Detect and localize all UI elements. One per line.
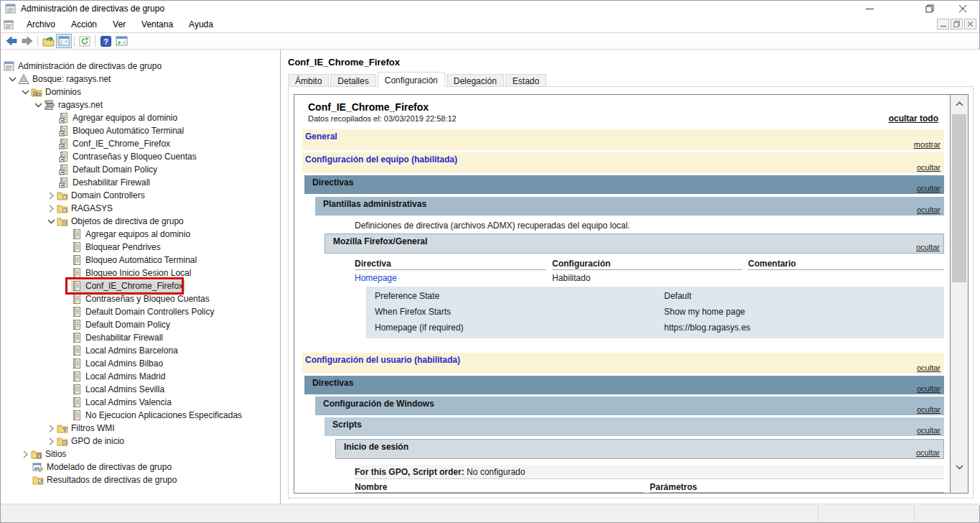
policy-setting-cell: Habilitado: [552, 270, 742, 283]
tree-item-contrasenas-y-bloqueo-cuentas[interactable]: Contraseñas y Bloqueo Cuentas: [58, 150, 280, 163]
detail-label: When Firefox Starts: [375, 304, 664, 320]
hide-link[interactable]: ocultar: [917, 205, 941, 214]
gpo-icon: [71, 371, 83, 382]
policy-table: DirectivaConfiguraciónComentarioHomepage…: [355, 258, 944, 283]
tab-estado[interactable]: Estado: [505, 74, 546, 87]
refresh-button[interactable]: [77, 34, 93, 48]
tree-item-local-admins-bilbao[interactable]: Local Admins Bilbao: [71, 357, 280, 370]
chevron-right-icon[interactable]: [45, 422, 57, 434]
hide-link[interactable]: ocultar: [916, 243, 940, 251]
tree-item-bloquear-pendrives[interactable]: Bloquear Pendrives: [71, 241, 280, 254]
tree-item-dominios[interactable]: Dominios: [19, 85, 280, 98]
toolbar-separator: [95, 35, 95, 47]
hide-link[interactable]: ocultar: [917, 405, 941, 414]
tab-ambito[interactable]: Ámbito: [288, 74, 329, 87]
tree-item-local-admins-madrid[interactable]: Local Admins Madrid: [71, 370, 280, 383]
chevron-right-icon[interactable]: [45, 190, 57, 201]
chevron-down-icon[interactable]: [45, 216, 57, 227]
hide-link[interactable]: ocultar: [917, 426, 941, 435]
console-tree-toggle-button[interactable]: [56, 34, 72, 48]
tab-detalles[interactable]: Detalles: [330, 74, 375, 87]
scripts-table-header: Nombre: [355, 481, 644, 493]
console-tree-pane: Administración de directivas de grupoBos…: [1, 50, 281, 505]
chevron-right-icon[interactable]: [45, 435, 57, 447]
gpo-icon: [71, 319, 83, 330]
hide-link[interactable]: ocultar: [917, 384, 941, 393]
policy-link-homepage[interactable]: Homepage: [355, 273, 397, 283]
chevron-down-icon[interactable]: [6, 73, 18, 85]
tree-item-selection: Objetos de directiva de grupo: [57, 216, 186, 228]
forward-button[interactable]: [19, 34, 35, 48]
tree-item-modelado-de-directivas-de-grupo[interactable]: Modelado de directivas de grupo: [32, 460, 280, 473]
minimize-button[interactable]: [853, 1, 886, 17]
tree-item-bloqueo-automatico-terminal[interactable]: Bloqueo Automático Terminal: [71, 254, 280, 267]
menu-accion[interactable]: Acción: [63, 17, 105, 32]
hide-link[interactable]: ocultar: [917, 163, 941, 172]
tree-item-resultados-de-directivas-de-grupo[interactable]: Resultados de directivas de grupo: [32, 473, 280, 486]
tree-item-conf-ie-chrome-firefox[interactable]: Conf_IE_Chrome_Firefox: [71, 279, 280, 292]
tree-item-ragasys[interactable]: RAGASYS: [45, 202, 280, 215]
tree-item-ragasys-net[interactable]: ragasys.net: [32, 98, 280, 111]
show-link[interactable]: mostrar: [914, 140, 941, 149]
tree-item-objetos-de-directiva-de-grupo[interactable]: Objetos de directiva de grupo: [45, 215, 280, 228]
help-button[interactable]: ?: [98, 34, 113, 48]
tree-item-selection: RAGASYS: [57, 203, 115, 215]
back-button[interactable]: [4, 34, 19, 48]
gpo-link-icon: [58, 164, 70, 175]
tree-item-default-domain-policy[interactable]: Default Domain Policy: [71, 318, 280, 331]
tree-item-contrasenas-y-bloqueo-cuentas[interactable]: Contraseñas y Bloqueo Cuentas: [71, 292, 280, 305]
export-list-button[interactable]: [40, 34, 56, 48]
tree-item-selection: Conf_IE_Chrome_Firefox: [58, 138, 172, 150]
scroll-down-arrow[interactable]: [951, 458, 968, 476]
chevron-down-icon[interactable]: [32, 99, 44, 111]
restore-button[interactable]: [913, 1, 946, 17]
tree-item-deshabilitar-firewall[interactable]: Deshabilitar Firewall: [58, 176, 280, 189]
inner-close-button[interactable]: [964, 19, 976, 29]
tree-item-bloqueo-automatico-terminal[interactable]: Bloqueo Automático Terminal: [58, 124, 280, 137]
hide-link[interactable]: ocultar: [916, 448, 940, 457]
chevron-right-icon[interactable]: [45, 203, 57, 214]
detail-value: Show my home page: [664, 304, 944, 320]
tree-item-no-ejecucion-aplicaciones-especificadas[interactable]: No Ejecucion Aplicaciones Especificadas: [71, 409, 280, 422]
scroll-up-arrow[interactable]: [951, 95, 968, 112]
gpo-link-icon: [58, 125, 70, 136]
tree-item-label: Agregar equipos al dominio: [84, 229, 190, 239]
tree-item-gpo-de-inicio[interactable]: GPO de inicio: [45, 435, 280, 448]
tree-item-filtros-wmi[interactable]: Filtros WMI: [45, 422, 280, 435]
tree-item-default-domain-policy[interactable]: Default Domain Policy: [58, 163, 280, 176]
tree-item-administracion-de-directivas-de-grupo[interactable]: Administración de directivas de grupo: [4, 60, 280, 73]
tab-delegacion[interactable]: Delegación: [447, 74, 504, 87]
menu-ayuda[interactable]: Ayuda: [181, 17, 221, 32]
tree-item-bloqueo-inicio-sesion-local[interactable]: Bloqueo Inicio Sesion Local: [71, 267, 280, 279]
menu-ventana[interactable]: Ventana: [134, 17, 181, 32]
domain-icon: [44, 99, 55, 111]
tree-item-conf-ie-chrome-firefox[interactable]: Conf_IE_Chrome_Firefox: [58, 137, 280, 150]
action-pane-toggle-button[interactable]: [113, 34, 129, 48]
tree-item-sitios[interactable]: Sitios: [19, 448, 280, 460]
report-scrollbar[interactable]: [951, 95, 968, 493]
inner-restore-button[interactable]: [951, 19, 963, 29]
hide-link[interactable]: ocultar: [917, 364, 941, 372]
hide-link[interactable]: ocultar: [917, 184, 941, 193]
inner-minimize-button[interactable]: [937, 19, 949, 29]
tree-item-local-admins-barcelona[interactable]: Local Admins Barcelona: [71, 344, 280, 357]
section-band-general: Generalmostrar: [302, 129, 944, 150]
chevron-right-icon[interactable]: [19, 448, 31, 460]
hide-all-link[interactable]: ocultar todo: [889, 114, 938, 124]
tree-item-default-domain-controllers-policy[interactable]: Default Domain Controllers Policy: [71, 305, 280, 318]
tree-item-local-admins-sevilla[interactable]: Local Admins Sevilla: [71, 383, 280, 396]
menu-archivo[interactable]: Archivo: [19, 17, 63, 32]
tree-item-domain-controllers[interactable]: Domain Controllers: [45, 189, 280, 202]
tree-item-agregar-equipos-al-dominio[interactable]: Agregar equipos al dominio: [71, 228, 280, 241]
chevron-down-icon[interactable]: [19, 86, 31, 98]
tree-item-bosque-ragasys-net[interactable]: Bosque: ragasys.net: [6, 73, 280, 85]
close-button[interactable]: [946, 1, 979, 17]
tree-item-deshabilitar-firewall[interactable]: Deshabilitar Firewall: [71, 331, 280, 344]
tree-item-local-admins-valencia[interactable]: Local Admins Valencia: [71, 396, 280, 409]
tree-item-label: Domain Controllers: [70, 190, 145, 200]
tree-item-agregar-equipos-al-dominio[interactable]: Agregar equipos al dominio: [58, 111, 280, 124]
menu-ver[interactable]: Ver: [105, 17, 134, 32]
tab-configuracion[interactable]: Configuración: [378, 72, 445, 87]
scrollbar-thumb[interactable]: [952, 114, 966, 282]
script-order-row: For this GPO, Script order: No configura…: [355, 465, 944, 479]
